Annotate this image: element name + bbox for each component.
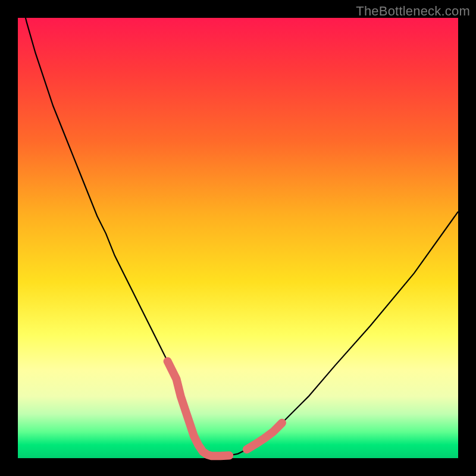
- bottleneck-curve-line: [18, 0, 458, 456]
- watermark-text: TheBottleneck.com: [356, 4, 470, 19]
- plot-area: [18, 18, 458, 458]
- highlight-segment-left: [168, 361, 230, 456]
- curve-layer: [18, 18, 458, 458]
- chart-frame: TheBottleneck.com: [0, 0, 476, 476]
- highlight-segment-right: [247, 423, 282, 449]
